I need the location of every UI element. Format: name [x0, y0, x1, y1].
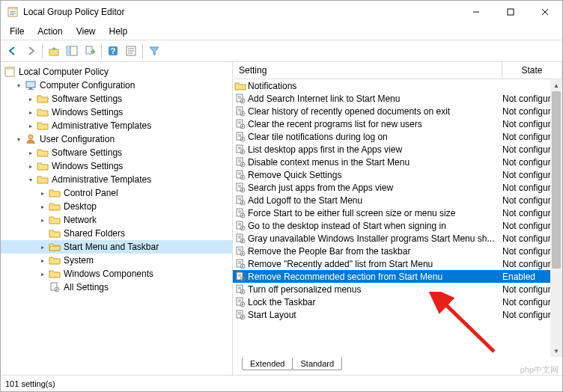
scroll-down-icon[interactable]: ▼ [550, 345, 562, 357]
list-row[interactable]: Force Start to be either full screen siz… [233, 206, 562, 219]
filter-button[interactable] [145, 42, 163, 60]
list-row[interactable]: Clear tile notifications during log onNo… [233, 130, 562, 143]
setting-icon [234, 245, 246, 257]
tab-extended[interactable]: Extended [242, 358, 293, 370]
list-row[interactable]: Remove "Recently added" list from Start … [233, 257, 562, 270]
help-button[interactable]: ? [104, 42, 122, 60]
tree-admin-templates-uc[interactable]: ▾ Administrative Templates [1, 173, 232, 186]
menu-help[interactable]: Help [103, 25, 134, 38]
setting-icon [234, 144, 246, 156]
expand-icon[interactable]: ▸ [38, 202, 47, 211]
list-row[interactable]: Gray unavailable Windows Installer progr… [233, 232, 562, 245]
tree-start-menu-taskbar[interactable]: ▸ Start Menu and Taskbar [1, 240, 232, 254]
expand-icon[interactable]: ▸ [26, 162, 35, 171]
folder-icon [49, 268, 61, 280]
collapse-icon[interactable]: ▾ [14, 81, 23, 90]
svg-point-118 [242, 316, 243, 318]
expand-icon[interactable]: ▸ [26, 94, 35, 103]
tree-software-settings-uc[interactable]: ▸ Software Settings [1, 146, 232, 159]
list-row[interactable]: Disable context menus in the Start MenuN… [233, 156, 562, 168]
properties-button[interactable] [122, 42, 140, 60]
svg-rect-13 [86, 46, 92, 54]
tree-control-panel[interactable]: ▸ Control Panel [1, 186, 232, 200]
scroll-up-icon[interactable]: ▲ [550, 79, 562, 91]
tree-windows-components[interactable]: ▸ Windows Components [1, 267, 232, 281]
svg-rect-6 [508, 9, 514, 15]
list-row[interactable]: Clear the recent programs list for new u… [233, 117, 562, 130]
expand-icon[interactable]: ▸ [38, 215, 47, 224]
back-button[interactable] [4, 42, 22, 60]
tree-network[interactable]: ▸ Network [1, 213, 232, 227]
up-button[interactable] [45, 42, 63, 60]
svg-point-28 [56, 289, 58, 290]
export-list-button[interactable] [81, 42, 99, 60]
tree-label: Start Menu and Taskbar [64, 242, 159, 252]
list-row[interactable]: Start LayoutNot configur [233, 308, 562, 321]
minimize-button[interactable] [459, 1, 493, 23]
tree-user-config[interactable]: ▾ User Configuration [1, 132, 232, 146]
tree-label: Administrative Templates [52, 120, 151, 131]
list-row[interactable]: Turn off personalized menusNot configur [233, 283, 562, 295]
list-row[interactable]: Remove Quick SettingsNot configur [233, 168, 562, 181]
tree-system[interactable]: ▸ System [1, 254, 232, 267]
expand-icon[interactable]: ▸ [38, 269, 47, 278]
menu-view[interactable]: View [70, 25, 102, 38]
tree-root[interactable]: Local Computer Policy [1, 65, 232, 79]
list-row[interactable]: Search just apps from the Apps viewNot c… [233, 181, 562, 194]
list-row[interactable]: Remove the People Bar from the taskbarNo… [233, 245, 562, 257]
menu-file[interactable]: File [4, 25, 30, 38]
tree-shared-folders[interactable]: Shared Folders [1, 227, 232, 240]
maximize-button[interactable] [493, 1, 528, 23]
expand-icon[interactable]: ▸ [26, 148, 35, 157]
vertical-scrollbar[interactable]: ▲ ▼ [550, 79, 562, 357]
menu-action[interactable]: Action [31, 25, 68, 38]
tree-pane[interactable]: Local Computer Policy ▾ Computer Configu… [1, 62, 233, 375]
folder-open-icon [49, 241, 61, 253]
setting-name: Turn off personalized menus [248, 284, 361, 295]
tree-windows-settings[interactable]: ▸ Windows Settings [1, 105, 232, 119]
list-row[interactable]: List desktop apps first in the Apps view… [233, 143, 562, 156]
scroll-thumb[interactable] [552, 91, 561, 269]
svg-point-98 [242, 266, 243, 267]
tab-standard[interactable]: Standard [292, 358, 342, 370]
tree-software-settings[interactable]: ▸ Software Settings [1, 92, 232, 105]
list-row[interactable]: Clear history of recently opened documen… [233, 105, 562, 117]
svg-point-93 [242, 253, 243, 254]
statusbar: 101 setting(s) [1, 375, 562, 391]
list-row[interactable]: Add Logoff to the Start MenuNot configur [233, 194, 562, 206]
expand-icon[interactable]: ▸ [26, 121, 35, 130]
expand-icon[interactable]: ▸ [26, 108, 35, 117]
setting-name: Clear the recent programs list for new u… [248, 119, 422, 129]
tree-label: Software Settings [52, 147, 122, 158]
list-row[interactable]: Go to the desktop instead of Start when … [233, 219, 562, 232]
tree-desktop[interactable]: ▸ Desktop [1, 200, 232, 213]
collapse-icon[interactable]: ▾ [14, 135, 23, 144]
tree-label: Network [64, 215, 97, 225]
list-row-folder[interactable]: Notifications [233, 79, 562, 92]
column-state[interactable]: State [502, 62, 562, 79]
svg-point-88 [242, 240, 243, 242]
folder-icon [37, 106, 49, 118]
show-hide-tree-button[interactable] [63, 42, 81, 60]
list-row[interactable]: Remove Recommended section from Start Me… [233, 270, 562, 283]
tree-admin-templates[interactable]: ▸ Administrative Templates [1, 119, 232, 132]
list-row[interactable]: Lock the TaskbarNot configur [233, 295, 562, 308]
tree-label: All Settings [64, 282, 109, 293]
column-setting[interactable]: Setting [233, 62, 502, 79]
forward-button[interactable] [22, 42, 40, 60]
tree-label: Administrative Templates [52, 174, 151, 185]
collapse-icon[interactable]: ▾ [26, 175, 35, 184]
setting-name: Add Logoff to the Start Menu [248, 195, 362, 206]
close-button[interactable] [528, 1, 562, 23]
list-body[interactable]: Notifications Add Search Internet link t… [233, 79, 562, 357]
tree-label: Desktop [64, 201, 97, 212]
expand-icon[interactable]: ▸ [38, 189, 47, 197]
tree-all-settings[interactable]: All Settings [1, 281, 232, 294]
tree-computer-config[interactable]: ▾ Computer Configuration [1, 79, 232, 92]
tree-windows-settings-uc[interactable]: ▸ Windows Settings [1, 159, 232, 173]
setting-name: Clear history of recently opened documen… [248, 106, 450, 117]
list-row[interactable]: Add Search Internet link to Start MenuNo… [233, 92, 562, 105]
expand-icon[interactable]: ▸ [38, 256, 47, 265]
titlebar: Local Group Policy Editor [1, 1, 562, 23]
expand-icon[interactable]: ▸ [38, 242, 47, 251]
